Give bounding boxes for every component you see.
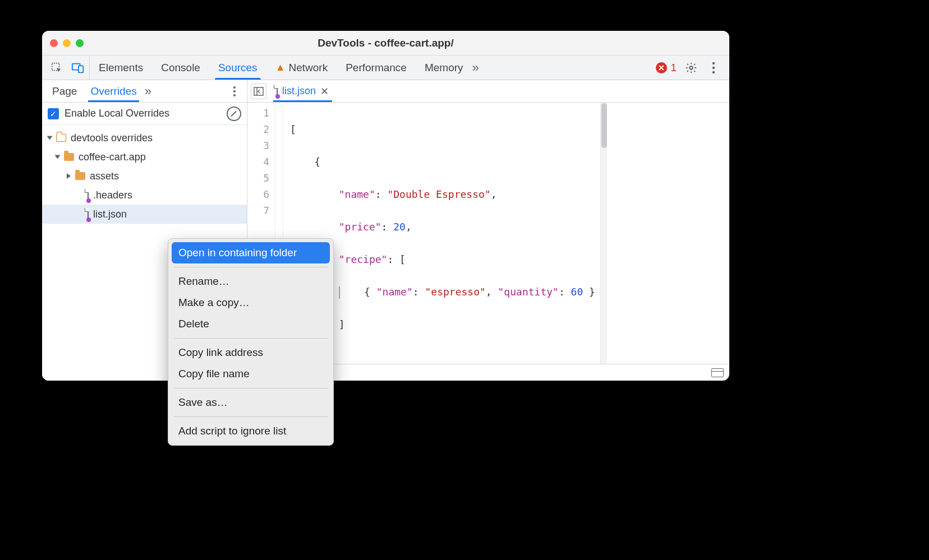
kebab-menu-icon[interactable] — [706, 60, 721, 76]
svg-point-4 — [712, 62, 715, 64]
navigator-toggle-icon[interactable] — [251, 84, 266, 99]
tree-domain[interactable]: coffee-cart.app — [42, 147, 247, 166]
toolbar-right: ✕ 1 — [656, 60, 726, 76]
ctx-add-ignore-list[interactable]: Add script to ignore list — [172, 420, 330, 442]
ctx-copy-file-name[interactable]: Copy file name — [172, 363, 330, 385]
drawer-toggle-icon[interactable] — [711, 368, 724, 377]
tab-elements[interactable]: Elements — [90, 55, 152, 80]
svg-point-3 — [689, 66, 693, 70]
vertical-scrollbar[interactable] — [600, 103, 607, 364]
clear-overrides-icon[interactable] — [227, 107, 241, 121]
enable-overrides-checkbox[interactable]: ✓ — [48, 108, 59, 119]
panel-body: Page Overrides » ✓ Enable Local Override… — [42, 80, 729, 381]
ctx-delete[interactable]: Delete — [172, 313, 330, 335]
enable-overrides-row: ✓ Enable Local Overrides — [42, 103, 247, 125]
ctx-rename[interactable]: Rename… — [172, 271, 330, 292]
devtools-window: DevTools - coffee-cart.app/ Elements Con… — [42, 31, 729, 381]
disclosure-triangle-icon[interactable] — [55, 155, 61, 159]
tab-network[interactable]: ▲Network — [266, 55, 337, 80]
more-tabs-icon[interactable]: » — [472, 61, 479, 75]
left-tool-group — [45, 55, 90, 80]
svg-point-9 — [233, 94, 236, 96]
tab-console[interactable]: Console — [152, 55, 209, 80]
separator — [174, 416, 328, 417]
override-dot-icon — [275, 94, 280, 99]
window-title: DevTools - coffee-cart.app/ — [42, 37, 729, 49]
override-dot-icon — [86, 217, 91, 222]
settings-gear-icon[interactable] — [683, 60, 699, 76]
tab-memory[interactable]: Memory — [416, 55, 472, 80]
tab-performance[interactable]: Performance — [337, 55, 416, 80]
svg-point-5 — [712, 66, 715, 68]
warning-icon: ▲ — [275, 62, 286, 73]
tree-headers-file[interactable]: .headers — [42, 186, 247, 205]
separator — [174, 338, 328, 339]
tree-assets-folder[interactable]: assets — [42, 166, 247, 186]
folder-icon — [56, 134, 66, 142]
navigator-tab-overrides[interactable]: Overrides — [85, 80, 142, 102]
navigator-kebab-icon[interactable] — [227, 84, 242, 99]
svg-point-8 — [233, 90, 236, 92]
main-tabs: Elements Console Sources ▲Network Perfor… — [42, 55, 729, 80]
ctx-open-containing-folder[interactable]: Open in containing folder — [172, 242, 330, 263]
folder-icon — [75, 172, 85, 180]
editor-tab-listjson[interactable]: list.json ✕ — [271, 80, 334, 102]
svg-rect-2 — [79, 66, 83, 72]
disclosure-triangle-icon[interactable] — [47, 136, 53, 140]
error-count-badge[interactable]: ✕ 1 — [656, 62, 677, 74]
tree-root[interactable]: devtools overrides — [42, 128, 247, 147]
title-bar: DevTools - coffee-cart.app/ — [42, 31, 729, 55]
file-tree: devtools overrides coffee-cart.app asset… — [42, 125, 247, 227]
context-menu: Open in containing folder Rename… Make a… — [168, 238, 334, 446]
traffic-lights — [50, 39, 84, 47]
separator — [174, 267, 328, 267]
zoom-window-button[interactable] — [76, 39, 84, 47]
more-navigator-tabs-icon[interactable]: » — [145, 84, 151, 99]
ctx-copy-link[interactable]: Copy link address — [172, 342, 330, 363]
close-window-button[interactable] — [50, 39, 58, 47]
disclosure-triangle-icon[interactable] — [67, 173, 71, 179]
folder-icon — [64, 153, 74, 161]
svg-point-7 — [233, 86, 236, 89]
tree-listjson-file[interactable]: list.json — [42, 205, 247, 224]
navigator-tab-page[interactable]: Page — [47, 80, 82, 102]
ctx-make-copy[interactable]: Make a copy… — [172, 292, 330, 313]
tab-sources[interactable]: Sources — [209, 55, 266, 80]
minimize-window-button[interactable] — [63, 39, 71, 47]
inspect-element-icon[interactable] — [49, 60, 65, 76]
separator — [174, 388, 328, 388]
close-tab-icon[interactable]: ✕ — [320, 85, 329, 98]
ctx-save-as[interactable]: Save as… — [172, 392, 330, 413]
error-icon: ✕ — [656, 62, 667, 73]
device-toggle-icon[interactable] — [70, 60, 86, 76]
svg-point-6 — [712, 71, 715, 73]
override-dot-icon — [86, 198, 91, 203]
editor-tabs: list.json ✕ — [247, 80, 729, 103]
enable-overrides-label: Enable Local Overrides — [65, 108, 169, 119]
navigator-tabs: Page Overrides » — [42, 80, 247, 103]
